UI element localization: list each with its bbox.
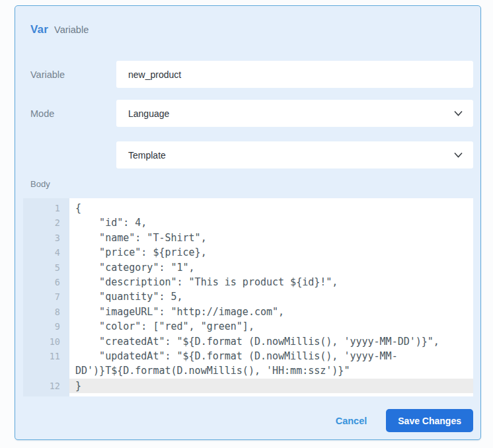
code-line: "id": 4,	[69, 215, 473, 230]
code-line: "imageURL": "http://image.com",	[69, 305, 473, 319]
mode-label: Mode	[23, 108, 116, 119]
cancel-button[interactable]: Cancel	[336, 416, 367, 426]
editor-rows: 1{2 "id": 4,3 "name": "T-Shirt",4 "price…	[23, 201, 473, 393]
line-number: 3	[23, 231, 69, 245]
code-line: "description": "This is product ${id}!",	[69, 275, 473, 289]
editor-row: DD')}T${D.format(D.nowMillis(), 'HH:mm:s…	[23, 363, 473, 378]
mode-row: Mode Language	[23, 100, 473, 127]
template-select-value: Template	[128, 150, 166, 161]
editor-row: 9 "color": ["red", "green"],	[23, 319, 473, 334]
editor-row: 3 "name": "T-Shirt",	[23, 231, 473, 245]
variable-row: Variable new_product	[23, 61, 473, 88]
code-line: DD')}T${D.format(D.nowMillis(), 'HH:mm:s…	[69, 363, 473, 378]
code-line: "price": ${price},	[69, 245, 473, 260]
dialog-footer: Cancel Save Changes	[23, 409, 473, 432]
line-number: 9	[23, 319, 69, 334]
code-line: "createdAt": "${D.format (D.nowMillis(),…	[69, 334, 473, 349]
variable-input-value: new_product	[128, 69, 181, 80]
code-line: {	[69, 201, 473, 215]
editor-row: 2 "id": 4,	[23, 215, 473, 230]
template-select[interactable]: Template	[116, 141, 473, 168]
line-number	[23, 363, 69, 378]
code-line: "quantity": 5,	[69, 289, 473, 304]
line-number: 7	[23, 289, 69, 304]
body-label: Body	[23, 179, 473, 190]
editor-row: 11 "updatedAt": "${D.format (D.nowMillis…	[23, 349, 473, 363]
variable-dialog: Var Variable Variable new_product Mode L…	[15, 5, 481, 440]
editor-row: 4 "price": ${price},	[23, 245, 473, 260]
mode-select[interactable]: Language	[116, 100, 473, 127]
editor-row: 12}	[23, 379, 473, 393]
body-code-editor[interactable]: 1{2 "id": 4,3 "name": "T-Shirt",4 "price…	[23, 198, 473, 396]
editor-row: 10 "createdAt": "${D.format (D.nowMillis…	[23, 334, 473, 349]
dialog-header: Var Variable	[23, 23, 473, 38]
save-changes-button[interactable]: Save Changes	[386, 409, 473, 432]
code-line: "category": "1",	[69, 260, 473, 275]
dialog-title: Variable	[54, 24, 89, 35]
template-row: Template	[23, 141, 473, 168]
line-number: 4	[23, 245, 69, 260]
code-line: "name": "T-Shirt",	[69, 231, 473, 245]
variable-input[interactable]: new_product	[116, 61, 473, 88]
editor-row: 8 "imageURL": "http://image.com",	[23, 305, 473, 319]
chevron-down-icon	[454, 152, 463, 158]
code-line: "updatedAt": "${D.format (D.nowMillis(),…	[69, 349, 473, 363]
line-number: 10	[23, 334, 69, 349]
var-badge: Var	[30, 23, 48, 36]
code-line: "color": ["red", "green"],	[69, 319, 473, 334]
mode-select-value: Language	[128, 108, 169, 119]
line-number: 11	[23, 349, 69, 363]
code-line: }	[69, 379, 473, 393]
line-number: 8	[23, 305, 69, 319]
line-number: 2	[23, 215, 69, 230]
chevron-down-icon	[454, 110, 463, 116]
line-number: 12	[23, 379, 69, 393]
editor-row: 7 "quantity": 5,	[23, 289, 473, 304]
line-number: 5	[23, 260, 69, 275]
line-number: 6	[23, 275, 69, 289]
variable-label: Variable	[23, 69, 116, 80]
line-number: 1	[23, 201, 69, 215]
editor-row: 6 "description": "This is product ${id}!…	[23, 275, 473, 289]
editor-row: 1{	[23, 201, 473, 215]
editor-row: 5 "category": "1",	[23, 260, 473, 275]
